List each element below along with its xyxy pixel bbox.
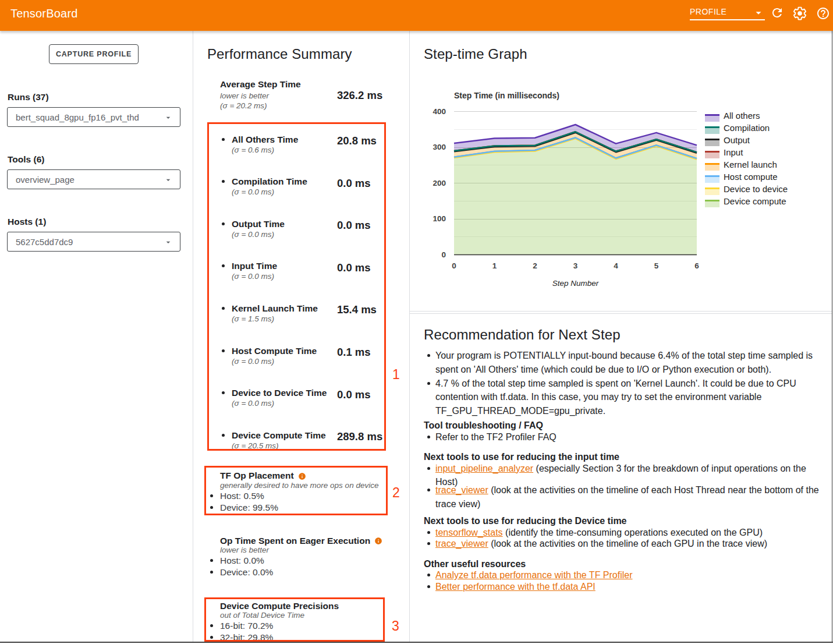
metric-value: 0.0 ms	[337, 262, 371, 273]
metric-note: lower is better	[220, 91, 301, 101]
legend-swatch	[705, 200, 719, 207]
recommendation-link[interactable]: Better performance with the tf.data API	[435, 582, 595, 592]
stat-item: 16-bit: 70.2%	[220, 621, 273, 631]
legend-label: Device compute	[724, 196, 786, 206]
capture-profile-button[interactable]: CAPTURE PROFILE	[49, 44, 139, 64]
legend-label: Compilation	[724, 123, 770, 133]
svg-text:0: 0	[441, 250, 446, 259]
recommendation-link[interactable]: Analyze tf.data performance with the TF …	[435, 570, 633, 580]
stat-item: Host: 0.5%	[220, 491, 264, 501]
stat-section-title: TF Op Placement	[220, 470, 306, 481]
legend-swatch	[705, 163, 719, 171]
metric-row: Compilation Time(σ = 0.0 ms)0.0 ms	[193, 176, 307, 197]
svg-text:Step Number: Step Number	[552, 279, 599, 288]
content-frame-bottom-edge	[0, 642, 833, 643]
content-frame-right-edge	[832, 31, 833, 643]
recommendation-bullet: Your program is POTENTIALLY input-bound …	[424, 349, 824, 376]
dashboard-selector-value: PROFILE	[690, 7, 726, 16]
metric-label: Host Compute Time	[232, 345, 317, 356]
help-button[interactable]	[816, 6, 831, 22]
bullet-dot	[427, 489, 430, 491]
tools-select[interactable]: overview_page	[7, 169, 180, 189]
tools-select-value: overview_page	[16, 175, 75, 185]
average-step-time-value: 326.2 ms	[337, 90, 382, 101]
bullet-dot	[210, 636, 213, 639]
recommendation-bullet: trace_viewer (look at the activities on …	[424, 537, 824, 551]
legend-swatch	[705, 139, 719, 146]
step-time-graph-card: Step-time Graph 01002003004000123456Step…	[410, 31, 832, 312]
legend-label: Output	[724, 135, 750, 145]
stat-item: Device: 0.0%	[220, 567, 273, 578]
bullet-dot	[222, 222, 225, 225]
legend-swatch	[705, 187, 719, 195]
stat-section-note: lower is better	[220, 546, 269, 554]
stat-item: Host: 0.0%	[220, 555, 264, 566]
bullet-dot	[222, 138, 225, 141]
info-icon[interactable]	[374, 537, 382, 545]
legend-entry: Kernel launch	[705, 158, 788, 171]
legend-entry: Compilation	[705, 122, 788, 134]
annotation-number-1: 1	[392, 367, 400, 383]
metric-sigma: (σ = 0.6 ms)	[232, 145, 298, 155]
metric-row: Kernel Launch Time(σ = 1.5 ms)15.4 ms	[193, 303, 318, 324]
metric-row: Device to Device Time(σ = 0.0 ms)0.0 ms	[193, 387, 327, 408]
bullet-dot	[427, 531, 430, 534]
sidebar: CAPTURE PROFILE Runs (37)bert_squad_8gpu…	[0, 31, 193, 642]
svg-text:2: 2	[533, 261, 537, 270]
svg-text:100: 100	[433, 214, 446, 223]
bullet-dot	[222, 434, 225, 437]
recommendation-text: (look at the activities on the timeline …	[488, 539, 767, 549]
bullet-dot	[427, 382, 430, 385]
runs-select[interactable]: bert_squad_8gpu_fp16_pvt_thd	[7, 107, 180, 127]
bullet-dot	[222, 307, 225, 310]
svg-text:5: 5	[654, 261, 659, 270]
legend-swatch	[705, 175, 719, 183]
metric-label: Compilation Time	[232, 176, 307, 187]
bullet-dot	[222, 180, 225, 183]
chevron-down-icon	[164, 113, 173, 122]
bullet-dot	[210, 494, 213, 497]
dashboard-selector[interactable]: PROFILE	[690, 5, 765, 20]
recommendation-text: 4.7 % of the total step time sampled is …	[435, 378, 796, 416]
svg-text:300: 300	[433, 143, 446, 151]
recommendation-link[interactable]: tensorflow_stats	[435, 528, 503, 537]
hosts-label: Hosts (1)	[8, 217, 46, 227]
info-icon[interactable]	[298, 472, 306, 480]
legend-entry: Device to device	[705, 183, 788, 195]
metric-row: Input Time(σ = 0.0 ms)0.0 ms	[193, 260, 277, 281]
svg-text:400: 400	[433, 107, 446, 116]
hosts-select-value: 5627c5dd7dc9	[16, 237, 73, 247]
bullet-dot	[427, 585, 430, 588]
metric-row: Host Compute Time(σ = 0.0 ms)0.1 ms	[193, 345, 317, 366]
metric-sigma: (σ = 0.0 ms)	[232, 187, 307, 197]
recommendation-link[interactable]: trace_viewer	[435, 539, 488, 549]
svg-text:4: 4	[614, 261, 618, 270]
legend-label: Kernel launch	[724, 160, 777, 169]
annotation-number-3: 3	[392, 618, 399, 634]
metric-value: 0.0 ms	[337, 178, 371, 189]
help-icon	[816, 6, 830, 20]
runs-label: Runs (37)	[8, 92, 49, 102]
metric-value: 289.8 ms	[337, 431, 382, 442]
settings-button[interactable]	[792, 6, 807, 21]
recommendation-link[interactable]: input_pipeline_analyzer	[435, 463, 533, 473]
metric-value: 15.4 ms	[337, 304, 377, 315]
metric-row: All Others Time(σ = 0.6 ms)20.8 ms	[193, 134, 298, 155]
legend-label: Host compute	[724, 172, 778, 182]
gear-icon	[792, 6, 807, 21]
metric-label: All Others Time	[232, 134, 298, 145]
recommendation-link[interactable]: trace_viewer	[435, 485, 488, 495]
metric-label: Input Time	[232, 260, 277, 271]
hosts-select[interactable]: 5627c5dd7dc9	[7, 232, 180, 252]
metric-row: Output Time(σ = 0.0 ms)0.0 ms	[193, 218, 285, 239]
recommendation-card: Recommendation for Next Step Your progra…	[410, 313, 832, 643]
metric-value: 0.1 ms	[337, 346, 371, 358]
chevron-down-icon	[752, 6, 765, 19]
recommendation-text: (look at the activities on the timeline …	[435, 485, 819, 509]
reload-button[interactable]	[770, 6, 785, 21]
legend-entry: All others	[705, 109, 788, 122]
metric-value: 0.0 ms	[337, 220, 371, 231]
reload-icon	[770, 6, 784, 20]
legend-swatch	[705, 151, 719, 158]
metric-sigma: (σ = 20.5 ms)	[232, 441, 326, 451]
